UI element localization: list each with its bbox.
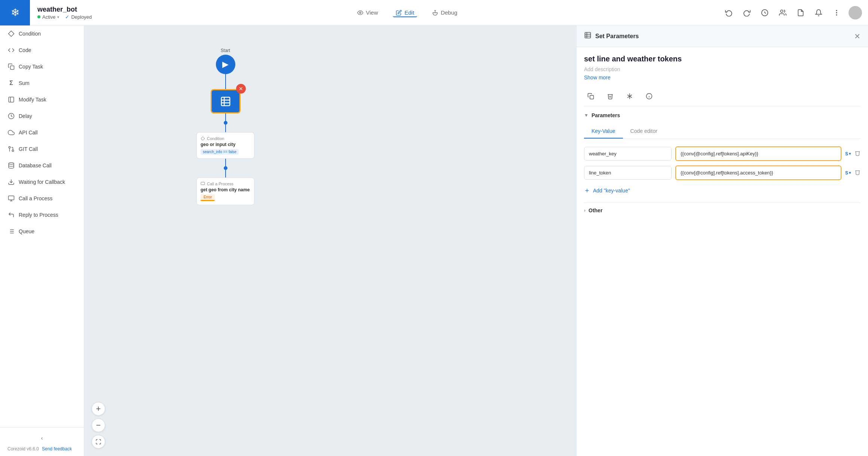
svg-rect-8 (10, 66, 14, 70)
kv-row-1: S ▾ (584, 146, 861, 161)
debug-icon (432, 10, 438, 16)
status-active[interactable]: Active ▾ (37, 14, 59, 20)
svg-rect-26 (221, 97, 230, 106)
bell-button[interactable] (813, 7, 825, 19)
zoom-out-button[interactable]: − (92, 419, 105, 432)
sidebar-item-copy-task[interactable]: Copy Task (0, 58, 84, 75)
fit-icon (95, 439, 101, 445)
parameters-section-header[interactable]: ▼ Parameters (584, 112, 861, 118)
more-button[interactable] (831, 7, 843, 19)
call-process-node-title: get geo from city name (201, 187, 250, 192)
add-kv-button[interactable]: Add "key-value" (584, 185, 861, 197)
svg-point-7 (836, 15, 837, 15)
kv-delete-2[interactable] (855, 169, 861, 177)
sidebar-item-delay[interactable]: Delay (0, 108, 84, 124)
sidebar-item-condition[interactable]: Condition (0, 25, 84, 42)
set-params-node[interactable]: ✕ (211, 89, 241, 113)
kv-type-dropdown-2[interactable]: ▾ (849, 171, 851, 175)
status-deployed: ✓ Deployed (65, 14, 92, 20)
panel-title-icon (584, 31, 592, 41)
sidebar-item-reply-process[interactable]: Reply to Process (0, 207, 84, 223)
sidebar-item-code[interactable]: Code (0, 42, 84, 58)
fit-button[interactable] (92, 435, 105, 449)
svg-point-13 (9, 146, 10, 148)
delete-toolbar-button[interactable] (603, 89, 617, 103)
collapse-button[interactable]: ‹ (7, 432, 76, 444)
edit-nav-btn[interactable]: Edit (393, 8, 417, 17)
deployed-label: Deployed (71, 14, 92, 20)
add-description[interactable]: Add description (584, 66, 861, 72)
condition-node[interactable]: Condition geo or input city search_info … (196, 132, 254, 159)
sidebar: Condition Code Copy Task Σ Sum (0, 25, 84, 456)
view-nav-btn[interactable]: View (354, 8, 381, 17)
copy-toolbar-button[interactable] (584, 89, 597, 103)
tab-key-value[interactable]: Key-Value (584, 124, 623, 139)
delete-row-1-icon (855, 150, 861, 156)
call-process-node-icon (201, 182, 205, 186)
sidebar-item-queue[interactable]: Queue (0, 223, 84, 240)
sidebar-item-database-call[interactable]: Database Call (0, 157, 84, 174)
connector-2 (224, 113, 227, 132)
users-button[interactable] (777, 7, 789, 19)
node-title[interactable]: set line and weather tokens (584, 55, 861, 63)
show-more-button[interactable]: Show more (584, 75, 861, 80)
active-dot (37, 15, 40, 18)
call-process-icon (7, 195, 15, 202)
condition-diamond-icon (201, 136, 205, 141)
bell-icon (815, 9, 822, 16)
asterisk-icon (626, 93, 633, 100)
header: ❄ weather_bot Active ▾ ✓ Deployed View E… (0, 0, 868, 25)
sidebar-item-api-call[interactable]: API Call (0, 124, 84, 141)
svg-point-12 (12, 150, 14, 152)
sidebar-item-call-process[interactable]: Call a Process (0, 190, 84, 207)
svg-rect-31 (585, 33, 591, 38)
sidebar-item-modify-task[interactable]: Modify Task (0, 91, 84, 108)
undo-button[interactable] (723, 7, 735, 19)
kv-value-1[interactable] (675, 146, 841, 161)
sidebar-item-git-call[interactable]: GIT Call (0, 141, 84, 157)
redo-button[interactable] (741, 7, 753, 19)
kv-type-dropdown-1[interactable]: ▾ (849, 152, 851, 156)
delete-node-button[interactable]: ✕ (236, 84, 246, 94)
canvas[interactable]: Start ▶ ✕ (84, 25, 576, 456)
sidebar-label-git-call: GIT Call (19, 146, 38, 152)
close-panel-button[interactable]: ✕ (854, 32, 861, 41)
info-toolbar-button[interactable] (642, 89, 656, 103)
kv-value-2[interactable] (675, 165, 841, 180)
parameters-icon (584, 31, 592, 39)
kv-key-2[interactable] (584, 166, 672, 180)
avatar[interactable] (849, 6, 862, 19)
svg-rect-35 (590, 95, 594, 99)
history-button[interactable] (759, 7, 771, 19)
version-text: Corezoid v6.6.0 (7, 446, 39, 452)
parameters-label: Parameters (592, 112, 620, 118)
kv-delete-1[interactable] (855, 150, 861, 158)
sidebar-label-sum: Sum (19, 80, 30, 86)
edit-label: Edit (404, 9, 414, 16)
database-icon (7, 162, 15, 169)
reply-icon (7, 211, 15, 219)
sidebar-item-waiting-callback[interactable]: Waiting for Callback (0, 174, 84, 190)
zoom-in-button[interactable]: + (92, 402, 105, 416)
sidebar-label-code: Code (19, 47, 31, 53)
tab-code-editor[interactable]: Code editor (623, 124, 665, 139)
svg-point-0 (360, 12, 361, 13)
debug-nav-btn[interactable]: Debug (429, 8, 460, 17)
set-params-icon (220, 96, 231, 107)
panel-toolbar (584, 86, 861, 106)
kv-type-2[interactable]: S ▾ (845, 170, 851, 176)
bot-name: weather_bot (37, 6, 92, 13)
kv-type-1[interactable]: S ▾ (845, 151, 851, 156)
sidebar-item-sum[interactable]: Σ Sum (0, 75, 84, 91)
start-circle[interactable]: ▶ (216, 55, 235, 74)
other-section-header[interactable]: › Other (584, 203, 861, 218)
asterisk-toolbar-button[interactable] (623, 89, 636, 103)
docs-button[interactable] (795, 7, 807, 19)
logo-icon: ❄ (11, 6, 19, 19)
kv-key-1[interactable] (584, 147, 672, 161)
chevron-down-icon: ▾ (57, 15, 59, 19)
sidebar-label-api-call: API Call (19, 130, 38, 136)
other-label: Other (589, 207, 602, 213)
feedback-link[interactable]: Send feedback (42, 446, 72, 452)
call-process-node[interactable]: Call a Process get geo from city name Er… (196, 177, 254, 205)
